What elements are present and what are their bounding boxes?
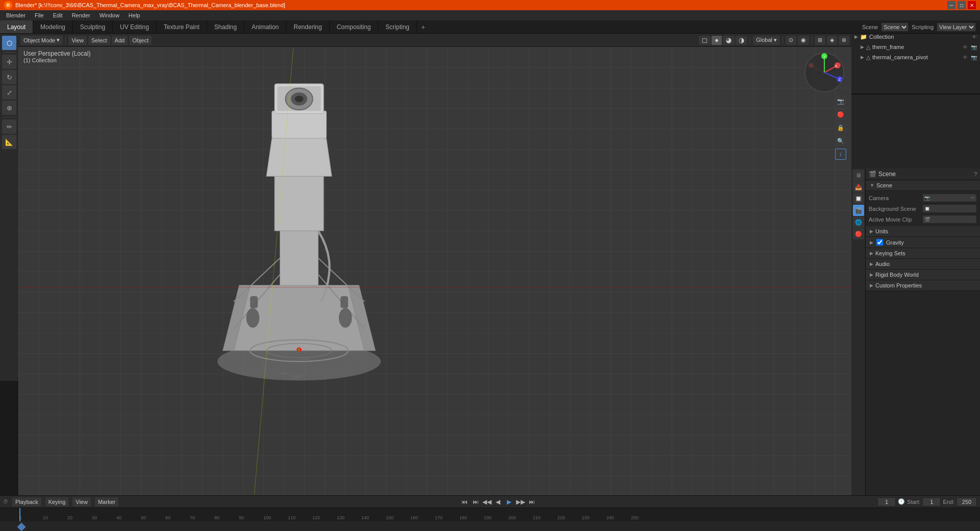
menu-window[interactable]: Window bbox=[95, 11, 124, 19]
step-back-button[interactable]: ◀◀ bbox=[482, 497, 492, 506]
outliner-therm-frame-item[interactable]: ▶ △ therm_frame 👁 📷 bbox=[851, 42, 980, 52]
tab-add-button[interactable]: + bbox=[417, 21, 429, 33]
end-frame-input[interactable] bbox=[957, 497, 977, 506]
transform-tool-button[interactable]: ⊕ bbox=[2, 101, 16, 115]
close-button[interactable]: ✕ bbox=[968, 1, 976, 9]
keyframe-area[interactable] bbox=[0, 521, 980, 531]
proportional-edit-button[interactable]: ◉ bbox=[798, 36, 809, 45]
render-props-icon[interactable]: 🖥 bbox=[853, 170, 864, 181]
outliner-thermal-camera-pivot-item[interactable]: ▶ △ thermal_camera_pivot 👁 📷 bbox=[851, 52, 980, 62]
menu-blender[interactable]: Blender bbox=[2, 11, 30, 19]
custom-props-section-label: Custom Properties bbox=[875, 282, 922, 288]
world-props-icon[interactable]: 🌐 bbox=[853, 216, 864, 228]
play-button[interactable]: ▶ bbox=[504, 497, 514, 506]
move-tool-button[interactable]: ✛ bbox=[2, 55, 16, 69]
snap-button[interactable]: ⊙ bbox=[786, 36, 796, 45]
view-layer-select[interactable]: View Layer bbox=[937, 22, 976, 32]
tab-modeling[interactable]: Modeling bbox=[33, 20, 73, 33]
tab-scripting[interactable]: Scripting bbox=[378, 20, 417, 33]
camera-view-button[interactable]: 📷 bbox=[835, 95, 846, 107]
units-section-header[interactable]: ▶ Units bbox=[866, 226, 980, 237]
object-menu-button[interactable]: Object bbox=[129, 36, 152, 45]
scene-info-button[interactable]: ? bbox=[974, 171, 977, 177]
scene-subsection-header[interactable]: ▼ Scene bbox=[866, 180, 980, 191]
tab-compositing[interactable]: Compositing bbox=[330, 20, 379, 33]
menu-edit[interactable]: Edit bbox=[49, 11, 67, 19]
annotate-tool-button[interactable]: ✏ bbox=[2, 119, 16, 134]
step-forward-button[interactable]: ▶▶ bbox=[516, 497, 526, 506]
add-menu-button[interactable]: Add bbox=[112, 36, 128, 45]
tab-layout[interactable]: Layout bbox=[0, 20, 33, 33]
tab-sculpting[interactable]: Sculpting bbox=[73, 20, 113, 33]
custom-properties-section-header[interactable]: ▶ Custom Properties bbox=[866, 280, 980, 291]
marker-menu-button[interactable]: Marker bbox=[95, 497, 118, 506]
camera-field-value[interactable]: 📷 ✏ bbox=[922, 194, 977, 202]
tab-shading[interactable]: Shading bbox=[207, 20, 244, 33]
xray-button[interactable]: ◈ bbox=[827, 36, 837, 45]
keying-sets-section-label: Keying Sets bbox=[875, 250, 905, 256]
tab-texture-paint[interactable]: Texture Paint bbox=[157, 20, 207, 33]
eye-icon-therm-frame[interactable]: 👁 bbox=[963, 44, 968, 50]
active-movie-clip-value[interactable]: 🎬 bbox=[922, 215, 977, 224]
camera-icon-field: 📷 bbox=[924, 196, 930, 201]
shading-material-button[interactable]: ◕ bbox=[723, 36, 734, 45]
gravity-section-header[interactable]: ▶ Gravity bbox=[866, 237, 980, 248]
tab-uv-editing[interactable]: UV Editing bbox=[113, 20, 157, 33]
rotate-tool-button[interactable]: ↻ bbox=[2, 70, 16, 84]
jump-to-start-button[interactable]: ⏮ bbox=[459, 497, 470, 506]
properties-icons-column: 🖥 📤 🔲 🎬 🌐 🔴 bbox=[851, 168, 866, 495]
keying-sets-section-header[interactable]: ▶ Keying Sets bbox=[866, 248, 980, 259]
current-frame-input[interactable] bbox=[877, 497, 896, 506]
scale-tool-button[interactable]: ⤢ bbox=[2, 85, 16, 100]
gizmo-button[interactable]: ⊛ bbox=[839, 36, 849, 45]
select-menu-button[interactable]: Select bbox=[88, 36, 110, 45]
output-props-icon[interactable]: 📤 bbox=[853, 181, 864, 192]
play-back-button[interactable]: ◀ bbox=[493, 497, 503, 506]
object-props-icon[interactable]: 🔴 bbox=[853, 228, 864, 239]
eye-icon-camera-pivot[interactable]: 👁 bbox=[963, 55, 968, 60]
camera-row: Camera 📷 ✏ bbox=[869, 192, 977, 203]
shading-wireframe-button[interactable]: ◻ bbox=[699, 36, 710, 45]
tab-animation[interactable]: Animation bbox=[244, 20, 286, 33]
audio-section-header[interactable]: ▶ Audio bbox=[866, 259, 980, 270]
background-scene-value[interactable]: 🔲 bbox=[922, 204, 977, 213]
playback-menu-button[interactable]: Playback bbox=[12, 497, 41, 506]
select-tool-button[interactable]: ⬡ bbox=[2, 36, 16, 50]
svg-point-10 bbox=[339, 308, 352, 327]
render-preview-button[interactable]: 🔴 bbox=[835, 109, 846, 120]
tab-rendering[interactable]: Rendering bbox=[286, 20, 329, 33]
view-layer-props-icon[interactable]: 🔲 bbox=[853, 193, 864, 204]
keying-menu-button[interactable]: Keying bbox=[45, 497, 69, 506]
jump-to-end2-button[interactable]: ⏭ bbox=[527, 497, 537, 506]
zoom-button[interactable]: 🔍 bbox=[835, 135, 846, 147]
header-sep-1 bbox=[65, 36, 66, 44]
playhead[interactable] bbox=[19, 508, 20, 521]
measure-tool-button[interactable]: 📐 bbox=[2, 135, 16, 149]
eye-icon-collection[interactable]: 👁 bbox=[972, 34, 977, 40]
view-menu-tl-button[interactable]: View bbox=[72, 497, 91, 506]
jump-to-end-button[interactable]: ⏭ bbox=[471, 497, 481, 506]
info-button[interactable]: i bbox=[835, 149, 846, 160]
svg-rect-24 bbox=[299, 359, 310, 361]
object-mode-button[interactable]: Object Mode ▾ bbox=[20, 36, 63, 45]
minimize-button[interactable]: ─ bbox=[947, 1, 955, 9]
camera-edit-icon[interactable]: ✏ bbox=[971, 195, 975, 201]
overlay-button[interactable]: ⊞ bbox=[815, 36, 825, 45]
maximize-button[interactable]: □ bbox=[958, 1, 966, 9]
start-frame-input[interactable] bbox=[922, 497, 941, 506]
rigid-body-world-section-header[interactable]: ▶ Rigid Body World bbox=[866, 270, 980, 280]
scene-select[interactable]: Scene bbox=[881, 22, 909, 32]
gravity-checkbox[interactable] bbox=[876, 239, 883, 246]
scene-props-icon[interactable]: 🎬 bbox=[853, 205, 864, 216]
collection-text: (1) Collection bbox=[23, 57, 90, 63]
viewport-lock-button[interactable]: 🔒 bbox=[835, 122, 846, 133]
menu-help[interactable]: Help bbox=[125, 11, 144, 19]
menu-render[interactable]: Render bbox=[68, 11, 94, 19]
global-local-button[interactable]: Global ▾ bbox=[753, 36, 780, 45]
view-menu-button[interactable]: View bbox=[68, 36, 87, 45]
shading-rendered-button[interactable]: ◑ bbox=[736, 36, 747, 45]
shading-solid-button[interactable]: ● bbox=[712, 36, 722, 45]
viewport-3d[interactable]: User Perspective (Local) (1) Collection bbox=[18, 47, 851, 495]
timeline-ruler[interactable]: 1 10 20 30 40 50 60 70 80 90 100 110 120… bbox=[18, 508, 980, 521]
menu-file[interactable]: File bbox=[31, 11, 48, 19]
